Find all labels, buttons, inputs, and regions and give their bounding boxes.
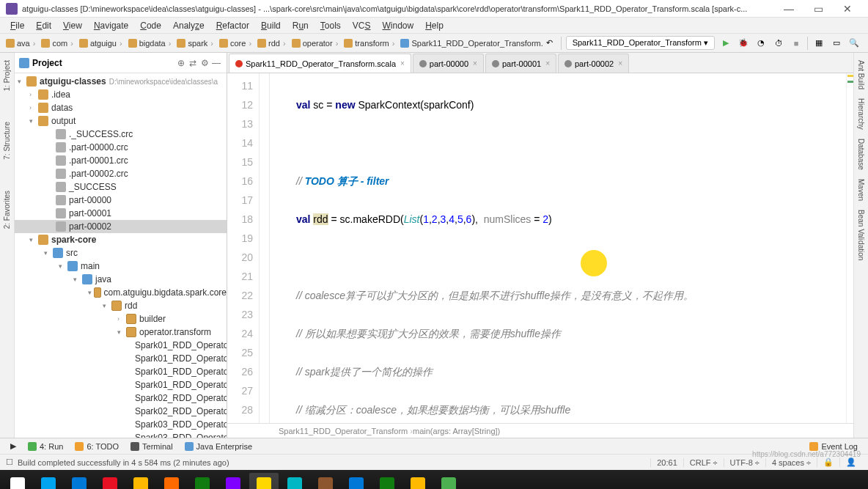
status-enc[interactable]: UTF-8 ÷ — [724, 458, 765, 467]
taskbar-item[interactable] — [95, 473, 125, 489]
right-tool-tab[interactable]: Maven — [856, 174, 867, 205]
taskbar-item[interactable] — [157, 473, 186, 489]
tree-node[interactable]: ›builder — [15, 312, 227, 326]
project-tree[interactable]: ▾ atguigu-classes D:\mineworkspace\idea\… — [15, 73, 227, 438]
bottom-tool-tab[interactable]: 4: Run — [22, 442, 69, 451]
tree-node[interactable]: .part-00000.crc — [15, 141, 227, 154]
event-log-button[interactable]: Event Log — [803, 442, 864, 451]
close-button[interactable]: ✕ — [833, 3, 862, 15]
tree-node[interactable]: .part-00002.crc — [15, 167, 227, 180]
tree-node[interactable]: ›.idea — [15, 88, 227, 101]
tree-node[interactable]: part-00001 — [15, 207, 227, 220]
menu-refactor[interactable]: Refactor — [210, 19, 255, 32]
tree-node[interactable]: Spark02_RDD_Operator — [15, 391, 227, 405]
debug-button[interactable]: 🐞 — [737, 37, 750, 50]
profile-button[interactable]: ⏱ — [772, 37, 785, 50]
breadcrumb-item[interactable]: operator — [289, 39, 342, 48]
tree-node[interactable]: _SUCCESS — [15, 180, 227, 194]
tree-node[interactable]: ▾rdd — [15, 299, 227, 312]
left-tool-tab[interactable]: 7: Structure — [1, 117, 12, 164]
tool-icon-1[interactable]: ▦ — [812, 37, 825, 50]
source[interactable]: val sc = new SparkContext(sparkConf) // … — [270, 73, 846, 423]
bottom-tool-tab[interactable]: 6: TODO — [69, 442, 125, 451]
status-lock-icon[interactable]: 🔒 — [817, 457, 839, 467]
project-target-icon[interactable]: ⊕ — [175, 58, 187, 68]
status-sep[interactable]: CRLF ÷ — [683, 458, 724, 467]
tree-root[interactable]: ▾ atguigu-classes D:\mineworkspace\idea\… — [15, 75, 227, 88]
menu-file[interactable]: File — [4, 19, 30, 32]
project-collapse-icon[interactable]: ⇄ — [187, 58, 199, 68]
menu-navigate[interactable]: Navigate — [88, 19, 134, 32]
menu-vcs[interactable]: VCS — [347, 19, 377, 32]
menu-view[interactable]: View — [57, 19, 88, 32]
right-tool-tab[interactable]: Ant Build — [856, 56, 867, 94]
taskbar-item[interactable] — [218, 473, 248, 489]
breadcrumb-item[interactable]: rdd — [254, 39, 289, 48]
taskbar-item[interactable] — [372, 473, 402, 489]
tree-node[interactable]: ▾main — [15, 260, 227, 273]
breadcrumb-item[interactable]: atguigu — [76, 39, 125, 48]
taskbar-item[interactable] — [249, 473, 279, 489]
tree-node[interactable]: Spark03_RDD_Operator — [15, 418, 227, 431]
run-config-dropdown[interactable]: Spark11_RDD_Operator_Transform ▾ — [566, 36, 715, 50]
taskbar-item[interactable] — [280, 473, 309, 489]
menu-help[interactable]: Help — [419, 19, 449, 32]
breadcrumb-item[interactable]: com — [38, 39, 76, 48]
taskbar-item[interactable] — [434, 473, 463, 489]
bottom-tool-tab[interactable]: Terminal — [125, 442, 179, 451]
tree-node[interactable]: ▾spark-core — [15, 233, 227, 246]
editor-tab[interactable]: part-00000× — [413, 54, 484, 73]
tree-node[interactable]: ▾com.atguigu.bigdata.spark.core — [15, 286, 227, 299]
tree-node[interactable]: Spark01_RDD_Operator — [15, 339, 227, 352]
tree-node[interactable]: ▾src — [15, 246, 227, 260]
tree-node[interactable]: Spark01_RDD_Operator — [15, 352, 227, 365]
tree-node[interactable]: ▾operator.transform — [15, 326, 227, 339]
taskbar-item[interactable] — [403, 473, 433, 489]
maximize-button[interactable]: ▭ — [803, 3, 833, 15]
breadcrumb-item[interactable]: ava — [3, 39, 38, 48]
menu-code[interactable]: Code — [134, 19, 167, 32]
editor-tab[interactable]: part-00002× — [558, 54, 629, 73]
right-tool-tab[interactable]: Bean Validation — [856, 205, 867, 265]
bottom-tool-tab[interactable]: Java Enterprise — [179, 442, 258, 451]
run-button[interactable]: ▶ — [719, 37, 732, 50]
tree-node[interactable]: .part-00001.crc — [15, 154, 227, 167]
editor-tab[interactable]: part-00001× — [485, 54, 556, 73]
left-tool-tab[interactable]: 2: Favorites — [1, 186, 12, 233]
stop-button[interactable]: ■ — [790, 37, 803, 50]
right-tool-tab[interactable]: Database — [856, 134, 867, 174]
taskbar-item[interactable] — [342, 473, 371, 489]
breadcrumb-item[interactable]: core — [216, 39, 254, 48]
start-button[interactable] — [3, 473, 32, 489]
back-icon[interactable]: ↶ — [543, 37, 556, 50]
project-gear-icon[interactable]: ⚙ — [199, 58, 210, 68]
tree-node[interactable]: Spark03_RDD_Operator — [15, 431, 227, 438]
coverage-button[interactable]: ◔ — [754, 37, 768, 50]
tree-node[interactable]: part-00002 — [15, 220, 227, 233]
tree-node[interactable]: ._SUCCESS.crc — [15, 128, 227, 141]
menu-build[interactable]: Build — [255, 19, 287, 32]
minimize-button[interactable]: — — [774, 3, 803, 15]
tree-node[interactable]: Spark01_RDD_Operator — [15, 365, 227, 378]
project-hide-icon[interactable]: — — [210, 58, 222, 68]
search-icon[interactable]: 🔍 — [847, 37, 861, 50]
right-tool-tab[interactable]: Hierarchy — [856, 94, 867, 134]
menu-run[interactable]: Run — [287, 19, 315, 32]
taskbar-item[interactable] — [65, 473, 94, 489]
taskbar-item[interactable] — [188, 473, 217, 489]
breadcrumb-item[interactable]: bigdata — [125, 39, 174, 48]
editor-tab[interactable]: Spark11_RDD_Operator_Transform.scala× — [229, 54, 411, 73]
menu-edit[interactable]: Edit — [30, 19, 57, 32]
menu-analyze[interactable]: Analyze — [167, 19, 210, 32]
breadcrumb-item[interactable]: transform — [341, 39, 397, 48]
menu-tools[interactable]: Tools — [315, 19, 347, 32]
status-pos[interactable]: 20:61 — [650, 458, 683, 467]
tree-node[interactable]: ▾java — [15, 273, 227, 286]
tree-node[interactable]: ▾output — [15, 114, 227, 128]
taskbar-item[interactable] — [311, 473, 340, 489]
taskbar-item[interactable] — [126, 473, 155, 489]
taskbar-item[interactable] — [34, 473, 63, 489]
tree-node[interactable]: Spark01_RDD_Operator — [15, 378, 227, 391]
breadcrumb-item[interactable]: spark — [174, 39, 216, 48]
menu-window[interactable]: Window — [376, 19, 419, 32]
